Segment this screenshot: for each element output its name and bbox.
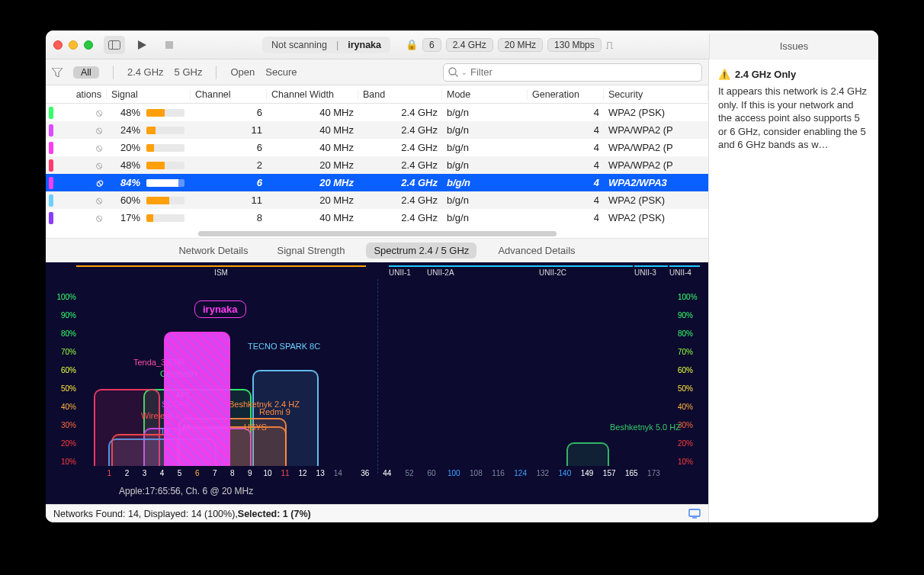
table-row[interactable]: ⦸ 24% 11 40 MHz 2.4 GHz b/g/n 4 WPA/WPA2… — [46, 121, 708, 139]
col-channel[interactable]: Channel — [191, 89, 267, 100]
cell-mode: b/g/n — [442, 159, 528, 171]
band-unii2a: UNII-2A — [427, 265, 473, 277]
filter-all-pill[interactable]: All — [73, 66, 99, 79]
cell-width: 40 MHz — [267, 142, 358, 153]
cell-security: WPA/WPA2 (P — [604, 142, 708, 153]
filter-5ghz[interactable]: 5 GHz — [175, 66, 203, 78]
visibility-icon[interactable]: ⦸ — [96, 124, 102, 137]
display-mode-icon[interactable] — [688, 509, 701, 519]
status-bar: Networks Found: 14, Displayed: 14 (100%)… — [46, 504, 708, 522]
x-tick: 8 — [230, 469, 235, 477]
signal-percent: 24% — [111, 124, 140, 136]
minimize-window-button[interactable] — [69, 40, 78, 50]
filter-search[interactable]: ⌄ — [443, 63, 702, 82]
cell-generation: 4 — [528, 177, 604, 188]
cell-security: WPA/WPA2 (P — [604, 124, 708, 136]
tab-advanced-details[interactable]: Advanced Details — [490, 243, 582, 259]
cell-security: WPA2 (PSK) — [604, 212, 708, 223]
filter-input[interactable] — [470, 66, 697, 78]
table-row[interactable]: ⦸ 48% 6 40 MHz 2.4 GHz b/g/n 4 WPA2 (PSK… — [46, 104, 708, 121]
spectrum-chart[interactable]: ISM UNII-1 UNII-2A UNII-2C UNII-3 UNII-4… — [46, 262, 708, 504]
cell-security: WPA2/WPA3 — [604, 177, 708, 188]
table-body[interactable]: ⦸ 48% 6 40 MHz 2.4 GHz b/g/n 4 WPA2 (PSK… — [46, 104, 708, 229]
band-unii2c: UNII-2C — [473, 265, 633, 277]
x-tick: 108 — [470, 469, 483, 477]
col-band[interactable]: Band — [358, 89, 442, 100]
divider — [113, 66, 114, 79]
filter-24ghz[interactable]: 2.4 GHz — [127, 66, 164, 78]
tab-signal-strength[interactable]: Signal Strength — [269, 243, 352, 259]
table-row[interactable]: ⦸ 84% 6 20 MHz 2.4 GHz b/g/n 4 WPA2/WPA3 — [46, 174, 708, 191]
spectrum-network-label: USYS — [244, 422, 267, 432]
cell-generation: 4 — [528, 142, 604, 153]
filter-open[interactable]: Open — [230, 66, 255, 78]
col-signal[interactable]: Signal — [107, 89, 191, 100]
band-ism: ISM — [76, 265, 366, 277]
funnel-icon[interactable] — [52, 68, 63, 77]
play-scan-button[interactable] — [131, 36, 152, 54]
visibility-icon[interactable]: ⦸ — [96, 194, 102, 207]
issue-item[interactable]: ⚠️ 2.4 GHz Only It appears this network … — [709, 59, 878, 161]
x-tick: 11 — [281, 469, 289, 477]
network-color-swatch — [49, 194, 53, 207]
cell-security: WPA/WPA2 (P — [604, 159, 708, 171]
dropdown-caret-icon[interactable]: ⌄ — [461, 69, 467, 76]
horizontal-scrollbar[interactable] — [46, 229, 708, 238]
table-row[interactable]: ⦸ 17% 8 40 MHz 2.4 GHz b/g/n 4 WPA2 (PSK… — [46, 209, 708, 226]
signal-percent: 48% — [111, 107, 140, 118]
visibility-icon[interactable]: ⦸ — [96, 177, 102, 189]
stop-scan-button[interactable] — [159, 36, 180, 54]
issue-body: It appears this network is 2.4 GHz only.… — [718, 85, 869, 152]
tab-spectrum[interactable]: Spectrum 2.4 / 5 GHz — [366, 243, 476, 259]
issues-panel: Issues ⚠️ 2.4 GHz Only It appears this n… — [709, 59, 878, 522]
x-tick: 149 — [581, 469, 594, 477]
play-icon — [138, 40, 146, 50]
x-tick: 5 — [178, 469, 182, 477]
col-gen[interactable]: Generation — [528, 89, 604, 100]
y-tick: 10% — [678, 458, 693, 466]
y-tick: 100% — [678, 293, 698, 301]
signal-percent: 48% — [111, 159, 140, 171]
network-color-swatch — [49, 107, 53, 119]
col-mode[interactable]: Mode — [442, 89, 528, 100]
warning-icon: ⚠️ — [718, 69, 730, 80]
x-tick: 9 — [248, 469, 252, 477]
y-tick: 80% — [678, 329, 693, 338]
sidebar-toggle-button[interactable] — [104, 36, 125, 54]
detail-tabs: Network Details Signal Strength Spectrum… — [46, 238, 708, 262]
visibility-icon[interactable]: ⦸ — [96, 212, 102, 224]
network-color-swatch — [49, 142, 53, 154]
spectrum-network-label: TECNO SPARK 8C — [248, 342, 320, 351]
cell-generation: 4 — [528, 124, 604, 136]
x-tick: 157 — [603, 469, 616, 477]
signal-bar — [146, 162, 184, 169]
table-row[interactable]: ⦸ 60% 11 20 MHz 2.4 GHz b/g/n 4 WPA2 (PS… — [46, 191, 708, 209]
visibility-icon[interactable]: ⦸ — [96, 107, 102, 119]
cell-width: 40 MHz — [267, 124, 358, 136]
y-tick: 30% — [61, 421, 76, 429]
col-ations[interactable]: ations — [46, 89, 107, 100]
y-tick: 90% — [678, 311, 693, 320]
filter-secure[interactable]: Secure — [265, 66, 297, 78]
tab-network-details[interactable]: Network Details — [171, 243, 255, 259]
y-tick: 40% — [61, 403, 76, 411]
table-row[interactable]: ⦸ 48% 2 20 MHz 2.4 GHz b/g/n 4 WPA/WPA2 … — [46, 156, 708, 174]
zoom-window-button[interactable] — [84, 40, 93, 50]
table-row[interactable]: ⦸ 20% 6 40 MHz 2.4 GHz b/g/n 4 WPA/WPA2 … — [46, 139, 708, 156]
visibility-icon[interactable]: ⦸ — [96, 142, 102, 154]
col-sec[interactable]: Security — [604, 89, 708, 100]
svg-point-7 — [449, 68, 456, 75]
cell-generation: 4 — [528, 212, 604, 223]
title-separator: | — [336, 40, 338, 50]
left-pane: All 2.4 GHz 5 GHz Open Secure ⌄ ations — [46, 59, 709, 522]
svg-marker-2 — [138, 40, 146, 50]
col-width[interactable]: Channel Width — [267, 89, 358, 100]
close-window-button[interactable] — [53, 40, 63, 50]
y-axis-right: 100%90%80%70%60%50%40%30%20%10% — [678, 293, 705, 466]
visibility-icon[interactable]: ⦸ — [96, 159, 102, 172]
x-tick: 7 — [213, 469, 217, 477]
cell-width: 20 MHz — [267, 159, 358, 171]
cell-channel: 6 — [191, 107, 267, 118]
y-tick: 60% — [61, 366, 76, 374]
chip-channel: 6 — [422, 38, 441, 52]
